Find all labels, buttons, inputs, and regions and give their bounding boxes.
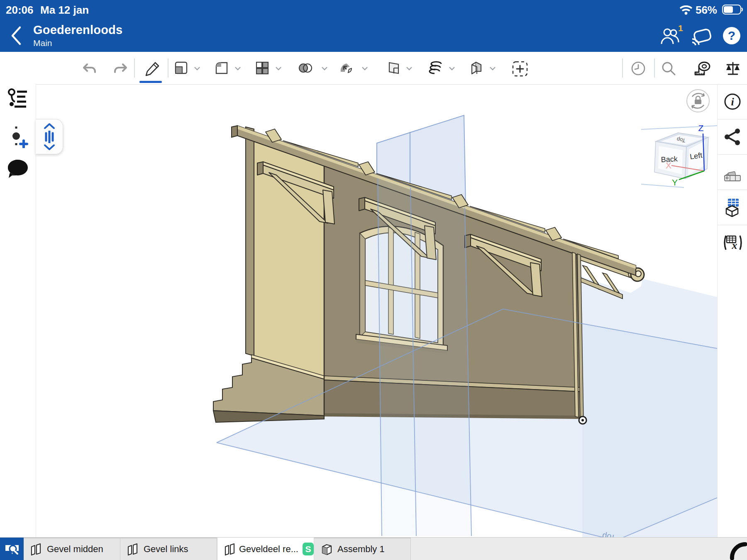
part-icon <box>29 543 43 556</box>
chevron-down-icon[interactable] <box>406 66 413 71</box>
svg-text:i: i <box>731 96 734 108</box>
tab-gevel-links[interactable]: Gevel links <box>120 538 217 560</box>
axis-y-label: Y <box>672 178 678 187</box>
extrude-tool-icon[interactable] <box>174 61 188 75</box>
tab-assembly-1[interactable]: Assembly 1 <box>314 538 411 560</box>
chevron-down-icon[interactable] <box>489 66 496 71</box>
appearance-icon <box>723 163 742 181</box>
share-icon <box>724 128 741 146</box>
assembly-icon <box>320 543 333 556</box>
chevron-down-icon[interactable] <box>275 66 282 71</box>
share-button[interactable] <box>718 119 747 154</box>
rotation-lock-button[interactable] <box>687 90 709 112</box>
wifi-icon <box>679 4 693 15</box>
loft-tool-icon[interactable] <box>469 61 483 75</box>
toolbar-divider <box>134 58 135 78</box>
app-header: Goederenloods Main 1 ? <box>0 19 747 52</box>
construction-plane-right-backdrop[interactable] <box>577 256 717 537</box>
back-chevron-icon[interactable] <box>10 26 22 46</box>
origin-marker-dot <box>581 419 584 421</box>
clock-time: 20:06 <box>6 4 34 17</box>
chevron-up-icon[interactable] <box>43 122 56 130</box>
redo-icon[interactable] <box>113 61 128 75</box>
screen-mirror-icon[interactable] <box>691 27 712 46</box>
collaborators-icon[interactable] <box>660 27 680 45</box>
sliders-icon <box>42 131 56 143</box>
transform-tool-icon[interactable] <box>338 61 353 75</box>
undo-icon[interactable] <box>82 61 97 75</box>
svg-text:?: ? <box>728 29 735 42</box>
chevron-down-icon[interactable] <box>234 66 241 71</box>
part-icon <box>223 543 235 556</box>
chevron-down-icon[interactable] <box>361 66 368 71</box>
part-icon <box>126 543 139 556</box>
shell-tool-icon[interactable] <box>215 61 229 75</box>
battery-percent: 56% <box>696 4 717 17</box>
tab-label: Gevel midden <box>47 544 103 555</box>
sweep-tool-icon[interactable] <box>429 61 444 75</box>
section-slider-control[interactable] <box>36 119 63 154</box>
tab-gevel-midden[interactable]: Gevel midden <box>24 538 120 560</box>
section-plane-tool-icon[interactable] <box>386 61 400 75</box>
tab-label: Assembly 1 <box>337 544 385 555</box>
right-rail: i x <box>717 84 747 560</box>
chevron-down-icon[interactable] <box>43 144 56 151</box>
history-icon[interactable] <box>631 61 646 76</box>
corner-post[interactable] <box>246 127 254 356</box>
bom-table-icon <box>723 198 742 217</box>
view-cube-label-left: Left <box>689 151 703 161</box>
help-icon[interactable]: ? <box>722 26 741 45</box>
view-cube[interactable]: Back Left Top X Z Y <box>654 123 708 187</box>
status-date: Ma 12 jan <box>40 4 89 17</box>
model-tree-icon[interactable] <box>7 88 29 108</box>
tab-label: Gevel links <box>144 544 188 555</box>
model-viewport[interactable]: Top Back Left Top X Z Y <box>36 84 717 560</box>
appearance-button[interactable] <box>718 154 747 190</box>
toolbar-divider <box>622 58 623 78</box>
collaborators-count-badge: 1 <box>678 23 683 33</box>
left-rail <box>0 52 36 560</box>
svg-text:x: x <box>732 239 737 251</box>
visual-search-icon <box>5 543 20 556</box>
scale-balance-icon[interactable] <box>725 61 741 76</box>
battery-icon <box>722 5 744 15</box>
toolbar-divider <box>654 58 655 78</box>
axis-z-label: Z <box>698 123 704 133</box>
pattern-tool-icon[interactable] <box>255 61 269 75</box>
chevron-down-icon[interactable] <box>321 66 328 71</box>
axis-x-label: X <box>666 161 671 170</box>
main-toolbar <box>36 52 747 85</box>
tab-label: Geveldeel re... <box>239 544 298 555</box>
tab-geveldeel-rechts[interactable]: Geveldeel re... S <box>217 538 314 560</box>
document-tab-bar: Gevel midden Gevel links Geveldeel re...… <box>0 537 747 560</box>
variables-button[interactable]: x <box>718 225 747 260</box>
chevron-down-icon[interactable] <box>449 66 455 71</box>
plane-edge-line <box>641 126 717 129</box>
info-button[interactable]: i <box>718 84 747 119</box>
add-node-icon[interactable] <box>7 125 29 148</box>
chevron-down-icon[interactable] <box>194 66 200 71</box>
model-scene[interactable]: Top Back Left Top X Z Y <box>36 84 717 560</box>
comment-icon[interactable] <box>7 159 29 178</box>
search-icon[interactable] <box>661 61 676 76</box>
status-bar: 20:06 Ma 12 jan 56% <box>0 0 747 19</box>
variables-icon: x <box>723 234 742 251</box>
measure-icon[interactable] <box>694 61 711 76</box>
project-title: Goederenloods <box>33 23 122 37</box>
insert-plus-icon[interactable] <box>512 61 528 77</box>
sync-status-badge: S <box>303 543 314 555</box>
sketch-pencil-icon[interactable] <box>144 61 161 77</box>
info-icon: i <box>724 93 741 110</box>
bom-button[interactable] <box>718 190 747 225</box>
selected-tool-underline <box>139 81 162 83</box>
page-curl[interactable] <box>729 542 747 560</box>
roof-apex-cap <box>232 126 237 137</box>
workspace-subtitle: Main <box>33 38 52 48</box>
visual-search-button[interactable] <box>0 538 24 560</box>
toolbar-divider <box>168 58 168 78</box>
boolean-tool-icon[interactable] <box>298 61 313 75</box>
